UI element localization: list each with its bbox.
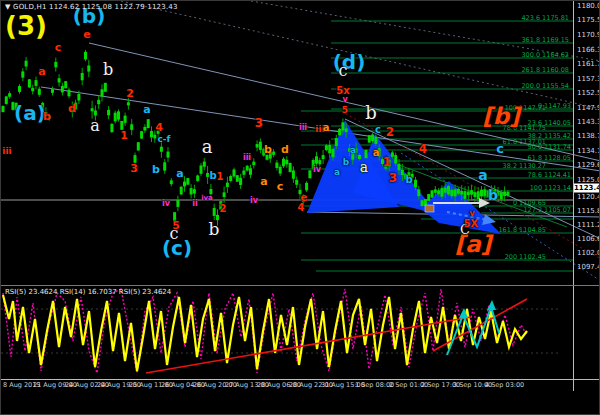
wave-label: 3 bbox=[255, 117, 263, 129]
wave-label: b bbox=[209, 221, 220, 238]
wave-label: 4 bbox=[298, 203, 305, 213]
wave-label: 5 bbox=[172, 220, 180, 231]
price-tick: 1152.54 bbox=[577, 89, 600, 97]
wave-label: b bbox=[343, 158, 349, 167]
wave-label: a bbox=[334, 168, 340, 177]
wave-label: a bbox=[360, 160, 368, 174]
wave-label: 5X bbox=[464, 219, 479, 229]
price-tick: 1097.44 bbox=[577, 263, 600, 271]
wave-label: b bbox=[405, 175, 412, 185]
fib-level-label: 61.8 1128.05 bbox=[528, 154, 571, 162]
watermark-strip: [1270x837]https://upic.me/ bbox=[1, 391, 600, 415]
price-tick: 1138.74 bbox=[577, 132, 600, 140]
wave-label: b bbox=[43, 111, 51, 122]
wave-label: (3) bbox=[5, 13, 47, 39]
wave-label: a bbox=[38, 66, 45, 77]
price-tick: 1120.44 bbox=[577, 193, 600, 201]
wave-label: 1 bbox=[383, 156, 391, 168]
wave-label: 1 bbox=[217, 172, 224, 182]
time-tick: 4 Sep 03:00 bbox=[485, 381, 524, 389]
wave-label: b bbox=[264, 144, 272, 155]
wave-label: 2 bbox=[386, 126, 394, 138]
wave-label: a bbox=[90, 118, 100, 134]
wave-label: e bbox=[83, 29, 90, 40]
wave-label: d bbox=[68, 103, 76, 114]
fib-level-label: 100 1123.14 bbox=[530, 184, 571, 192]
wave-label: iii bbox=[243, 154, 251, 162]
price-tick: 1134.14 bbox=[577, 147, 600, 155]
wave-label: a bbox=[260, 176, 267, 187]
fib-level-label: 161.8 1104.85 bbox=[498, 226, 546, 234]
wave-label: 3 bbox=[389, 172, 397, 184]
wave-label: iv bbox=[313, 166, 321, 174]
rsi-panel-divider[interactable] bbox=[1, 285, 600, 286]
wave-label: v bbox=[342, 96, 347, 104]
chart-title: ▼ GOLD,H1 1124.62 1125.08 1122.79 1123.4… bbox=[5, 3, 178, 11]
wave-label: 5 bbox=[342, 106, 348, 115]
wave-label: d bbox=[281, 144, 289, 155]
fib-level-label: 0 1147.93 bbox=[538, 102, 571, 110]
wave-label: v bbox=[469, 210, 474, 218]
wave-label: b bbox=[209, 171, 216, 181]
price-tick: 1147.94 bbox=[577, 104, 600, 112]
wave-label: iv bbox=[250, 197, 258, 205]
fib-level-label: 200 1102.45 bbox=[505, 253, 546, 261]
wave-label: c bbox=[277, 181, 284, 192]
wave-label: (a) bbox=[14, 103, 46, 123]
current-price-box: 1123.43 bbox=[574, 184, 600, 193]
wave-label: a bbox=[143, 104, 150, 115]
wave-label: 4 bbox=[419, 143, 427, 155]
price-tick: 1170.94 bbox=[577, 31, 600, 39]
wave-label: iii bbox=[2, 147, 11, 156]
fib-level-label: 200.0 1155.54 bbox=[521, 82, 569, 90]
wave-label: c-f bbox=[158, 135, 171, 144]
wave-label: a bbox=[202, 138, 213, 156]
price-tick: 1143.34 bbox=[577, 118, 600, 126]
fib-level-label: 127.2 1105.07 bbox=[523, 206, 571, 214]
fib-level-label: 423.6 1175.81 bbox=[521, 14, 569, 22]
wave-label: c bbox=[375, 125, 381, 135]
time-axis-border bbox=[1, 379, 600, 380]
price-tick: 1157.34 bbox=[577, 75, 600, 83]
wave-label: a bbox=[176, 168, 183, 179]
fib-level-label: 50.0 1131.74 bbox=[528, 143, 571, 151]
fib-level-label: 261.8 1160.08 bbox=[521, 66, 569, 74]
wave-label: 2 bbox=[220, 204, 227, 214]
wave-label: iii bbox=[299, 124, 307, 132]
wave-label: [b] bbox=[482, 105, 520, 128]
wave-label: iva bbox=[201, 195, 213, 202]
price-tick: 1111.24 bbox=[577, 221, 600, 229]
wave-label: b bbox=[365, 104, 377, 122]
wave-label: 3 bbox=[130, 163, 138, 174]
wave-label: c bbox=[55, 42, 62, 53]
wave-label: 1 bbox=[120, 130, 128, 141]
mt4-chart-window: ▼ GOLD,H1 1124.62 1125.08 1122.79 1123.4… bbox=[0, 0, 600, 415]
wave-label: b bbox=[103, 62, 113, 78]
wave-label: a bbox=[350, 146, 356, 155]
price-tick: 1115.84 bbox=[577, 207, 600, 215]
fib-level-label: 38.2 1130.27 bbox=[503, 162, 546, 170]
wave-label: 4 bbox=[155, 122, 163, 133]
wave-label: ii bbox=[192, 200, 197, 208]
fib-level-label: 78.6 1124.41 bbox=[528, 171, 571, 179]
rsi-indicator-label: RSI(5) 23.4624 RSI(14) 16.7037 RSI(5) 23… bbox=[5, 288, 171, 296]
wave-label: b bbox=[152, 164, 160, 175]
price-tick: 1129.64 bbox=[577, 161, 600, 169]
wave-label: a bbox=[373, 148, 380, 158]
wave-label: c bbox=[496, 142, 504, 155]
wave-label: 2 bbox=[126, 88, 134, 99]
price-tick: 1161.74 bbox=[577, 60, 600, 68]
wave-label: a bbox=[478, 168, 487, 182]
wave-label: c bbox=[339, 63, 348, 79]
wave-label: b bbox=[488, 188, 498, 202]
price-axis-border bbox=[573, 1, 574, 391]
wave-label: iv bbox=[162, 200, 170, 208]
price-tick: 1175.54 bbox=[577, 16, 600, 24]
fib-level-label: 361.8 1169.15 bbox=[521, 36, 569, 44]
fib-level-label: 300.0 1164.62 bbox=[521, 51, 569, 59]
price-tick: 1102.04 bbox=[577, 249, 600, 257]
wave-label: a bbox=[323, 123, 330, 133]
price-tick: 1106.64 bbox=[577, 235, 600, 243]
price-tick: 1180.04 bbox=[577, 2, 600, 10]
price-tick: 1166.34 bbox=[577, 46, 600, 54]
